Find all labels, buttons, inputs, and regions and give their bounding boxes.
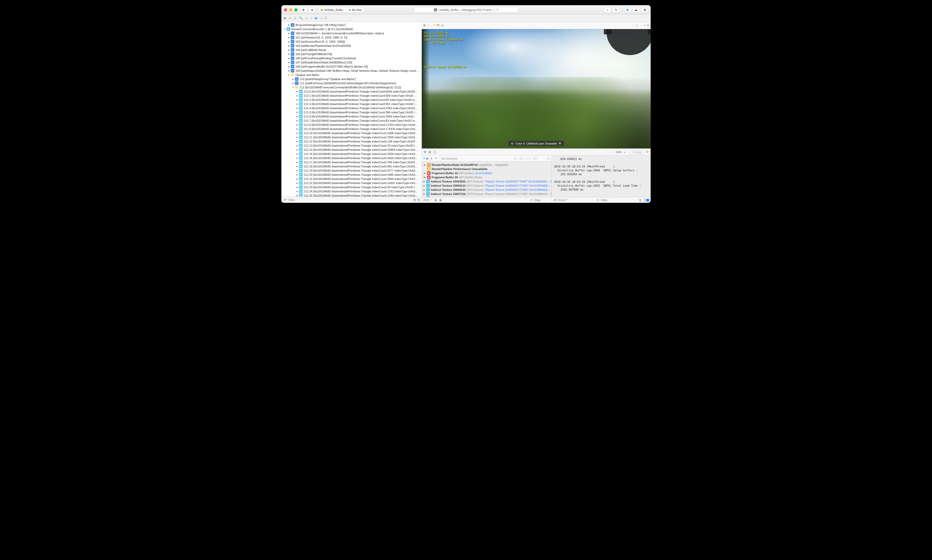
debug-shader-button[interactable]: Debug — [630, 150, 644, 154]
test-nav-icon[interactable]: ◇ — [310, 16, 312, 20]
forward-button[interactable]: 〉 — [429, 24, 432, 27]
resource-row[interactable]: ▶PRenderPipelineState 0x101a997e0 stageM… — [423, 163, 550, 167]
resource-link[interactable]: "Placed Texture 0x600001777600" (0x101f8… — [484, 188, 552, 191]
tree-row[interactable]: ▶D112.5 [0x10318fe00 drawIndexedPrimitiv… — [281, 110, 421, 114]
tree-row[interactable]: ▶D112.22 [0x10318fe00 drawIndexedPrimiti… — [281, 181, 421, 185]
step-over-icon[interactable]: ↷ — [435, 157, 437, 160]
disclosure-triangle-icon[interactable]: ▶ — [296, 174, 298, 176]
issue-nav-icon[interactable]: △ — [305, 16, 308, 20]
disclosure-triangle-icon[interactable]: ▶ — [292, 82, 294, 85]
warning-badge[interactable]: ⚠ 9 — [493, 8, 498, 11]
disclosure-triangle-icon[interactable]: ▶ — [296, 190, 298, 193]
disclosure-triangle-icon[interactable]: ▶ — [296, 90, 298, 93]
disclosure-triangle-icon[interactable]: ▶ — [296, 186, 298, 188]
jump-bar[interactable]: ⊞ 〈 〉 ⚙Visibility_Buffer.gputrace〉CC…00〉… — [422, 22, 651, 29]
editor-options-icon[interactable]: ≡ — [644, 24, 646, 27]
next-call-icon[interactable]: ▷ — [529, 157, 531, 160]
next-issue-button[interactable]: 〉 — [640, 24, 642, 27]
location-icon[interactable]: ◯ — [547, 157, 550, 160]
tree-row[interactable]: ▶i105 [setTriangleFillMode:Fill] — [281, 52, 421, 56]
tree-row[interactable]: ▶D112.11 [0x10318fe00 drawIndexedPrimiti… — [281, 135, 421, 139]
tree-row[interactable]: ▶D112.15 [0x10318fe00 drawIndexedPrimiti… — [281, 152, 421, 156]
tree-row[interactable]: ▶D112.2 [0x10318fe00 drawIndexedPrimitiv… — [281, 98, 421, 102]
close-icon[interactable] — [284, 8, 287, 11]
tree-row[interactable]: ▶i109 [useHeaps:{Default UAV Buffers Hea… — [281, 69, 421, 73]
tree-row[interactable]: ▶i101 [setViewport:{0, 0, 1920, 1080, 0,… — [281, 35, 421, 40]
prev-draw-icon[interactable]: ◁◁ — [519, 157, 523, 160]
disclosure-triangle-icon[interactable]: ▶ — [423, 163, 426, 166]
navigator-filter-input[interactable] — [288, 198, 412, 202]
disclosure-triangle-icon[interactable]: ▶ — [423, 176, 426, 178]
tree-row[interactable]: ▶D112.19 [0x10318fe00 drawIndexedPrimiti… — [281, 168, 421, 172]
continue-icon[interactable]: ⏵⃓ — [430, 157, 433, 160]
find-nav-icon[interactable]: 🔍 — [299, 16, 303, 20]
disclosure-triangle-icon[interactable]: ▶ — [288, 65, 290, 68]
output-scope-selector[interactable]: All Output ⌃ — [554, 198, 569, 202]
disclosure-triangle-icon[interactable]: ▶ — [288, 57, 290, 60]
toggle-right-panel-button[interactable]: ◨ — [641, 7, 648, 13]
disclosure-triangle-icon[interactable]: ▶ — [296, 165, 298, 168]
filter-menu-icon[interactable]: ⊙▾ — [283, 198, 287, 202]
resource-row[interactable]: ▶TIndirect Texture 33044112 (MTLTexture)… — [423, 183, 550, 188]
panel-toggle-icon[interactable] — [644, 199, 649, 202]
console-filter-input[interactable] — [601, 198, 637, 202]
tree-row[interactable]: ▶D112.24 [0x10318fe00 drawIndexedPrimiti… — [281, 189, 421, 194]
tree-row[interactable]: ▶D112.8 [0x10318fe00 drawIndexedPrimitiv… — [281, 123, 421, 127]
disclosure-triangle-icon[interactable]: ▶ — [296, 107, 298, 109]
disclosure-triangle-icon[interactable]: ▶ — [296, 119, 298, 122]
disclosure-triangle-icon[interactable]: ▶ — [296, 157, 298, 159]
tree-row[interactable]: ▼📁Opaque and Alpha — [281, 73, 421, 77]
scheme-selector[interactable]: ◆ Visibility_Buffer 〉 🖥 My Mac — [318, 7, 364, 13]
disclosure-triangle-icon[interactable]: ▶ — [296, 140, 298, 143]
disclosure-triangle-icon[interactable]: ▶ — [296, 103, 298, 105]
trash-icon[interactable]: 🗑 — [639, 198, 642, 202]
tree-row[interactable]: ▼📁112 [0x10318fe00 executeCommandsInBuff… — [281, 85, 421, 89]
tree-row[interactable]: ▶D112.4 [0x10318fe00 drawIndexedPrimitiv… — [281, 106, 421, 110]
next-draw-icon[interactable]: ▷▷ — [533, 157, 538, 160]
tree-row[interactable]: ▶i102 [setScissorRect:{0, 0, 1920, 1080}… — [281, 40, 421, 44]
tree-row[interactable]: ▶D112.17 [0x10318fe00 drawIndexedPrimiti… — [281, 160, 421, 164]
disclosure-triangle-icon[interactable]: ▶ — [296, 136, 298, 138]
debug-nav-icon[interactable]: ▦ — [315, 16, 317, 20]
refresh-icon[interactable]: ⟳ — [646, 150, 649, 154]
layers-icon[interactable]: ◯ — [433, 150, 436, 154]
tree-row[interactable]: ▶D112.13 [0x10318fe00 drawIndexedPrimiti… — [281, 143, 421, 148]
source-control-nav-icon[interactable]: ◫ — [289, 16, 291, 20]
gpu-frame-tree[interactable]: ▶i99 [pushDebugGroup:"VB Filling Pass"]▼… — [281, 22, 421, 197]
disclosure-triangle-icon[interactable]: ▶ — [423, 180, 425, 183]
auto-scope-selector[interactable]: Auto ⌃ — [423, 198, 432, 202]
tree-row[interactable]: ▶i107 [setDepthStencilState:0x600000ca71… — [281, 60, 421, 65]
disclosure-triangle-icon[interactable]: ▶ — [296, 123, 298, 126]
disclosure-triangle-icon[interactable]: ▶ — [288, 61, 290, 64]
resource-row[interactable]: ▶BFragment Buffer 10 (MTLBuffer) 0x101c9… — [423, 171, 550, 175]
tree-row[interactable]: ▶D112.3 [0x10318fe00 drawIndexedPrimitiv… — [281, 102, 421, 106]
code-review-button[interactable]: ⇆ — [612, 7, 620, 13]
attachment-caption[interactable]: ◐ Color 0: CAMetalLayer Drawable ⚙ — [509, 141, 564, 146]
tree-row[interactable]: ▶i111 [waitForFence:0x600000c5c420 befor… — [281, 81, 421, 85]
disclosure-triangle-icon[interactable]: ▶ — [288, 49, 290, 51]
histogram-icon[interactable]: ⛓ — [428, 151, 431, 154]
disclosure-triangle-icon[interactable]: ▶ — [288, 36, 290, 39]
tree-row[interactable]: ▶i106 [setFrontFacingWinding:CounterCloc… — [281, 56, 421, 60]
disclosure-triangle-icon[interactable]: ▶ — [296, 194, 298, 197]
tree-row[interactable]: ▶i104 [setCullMode:None] — [281, 48, 421, 52]
disclosure-triangle-icon[interactable]: ▶ — [296, 98, 298, 101]
disclosure-triangle-icon[interactable]: ▼ — [288, 74, 290, 76]
disclosure-triangle-icon[interactable]: ▶ — [423, 184, 425, 187]
zoom-in-button[interactable]: + — [624, 151, 625, 154]
disclosure-triangle-icon[interactable]: ▶ — [292, 78, 294, 80]
tree-row[interactable]: ▶D112.7 [0x10318fe00 drawIndexedPrimitiv… — [281, 118, 421, 123]
filter-toggle-2-icon[interactable]: ▥ — [417, 198, 420, 202]
zoom-icon[interactable] — [294, 8, 297, 11]
step-into-frame-icon[interactable]: ⇤ — [514, 157, 517, 160]
disclosure-triangle-icon[interactable]: ▶ — [296, 182, 298, 184]
breakpoints-toggle-icon[interactable]: ▶ — [426, 157, 429, 160]
toggle-left-panel-button[interactable]: ◧ — [624, 7, 631, 13]
variables-filter-input[interactable] — [534, 198, 550, 202]
tree-row[interactable]: ▼RRenderCommandEncoder 1 @ 0-1 0x10318fe… — [281, 27, 421, 31]
disclosure-triangle-icon[interactable]: ▶ — [296, 161, 298, 163]
toggle-debug-area-icon[interactable]: ▾ — [423, 157, 425, 160]
resource-row[interactable]: ▶TIndirect Texture 33043552 (MTLTexture)… — [423, 179, 550, 183]
tree-row[interactable]: ▶D112.16 [0x10318fe00 drawIndexedPrimiti… — [281, 156, 421, 160]
disclosure-triangle-icon[interactable]: ▶ — [288, 69, 290, 72]
